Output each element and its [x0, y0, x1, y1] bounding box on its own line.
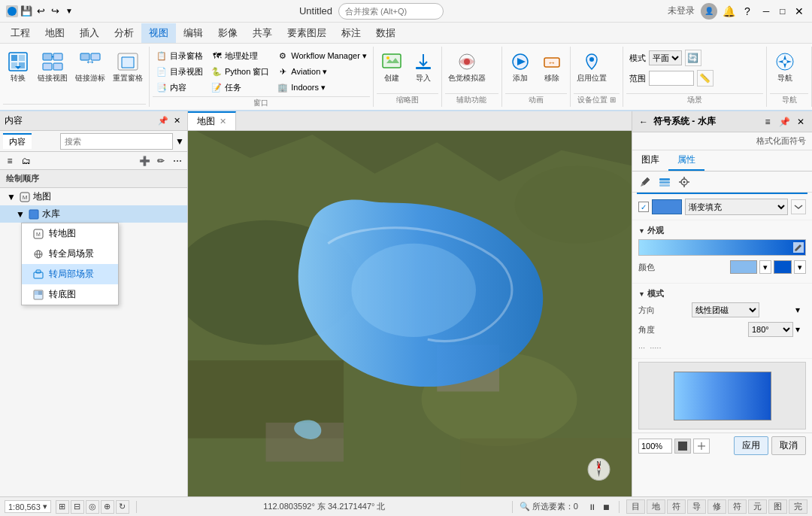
panel-search-input[interactable]: [60, 133, 173, 150]
panel-pin-btn[interactable]: 📌: [157, 115, 169, 127]
cm-item-map[interactable]: M 转地图: [22, 223, 118, 244]
layer-item-map[interactable]: ▼ M 地图: [0, 188, 187, 205]
color-swatch-2[interactable]: [774, 260, 792, 274]
rp-pin-btn[interactable]: 📌: [777, 115, 791, 129]
add-data-btn[interactable]: ➕: [137, 154, 152, 168]
menu-map[interactable]: 地图: [38, 23, 72, 43]
menu-data[interactable]: 数据: [368, 23, 403, 43]
python-window-button[interactable]: 🐍 Python 窗口: [208, 64, 272, 79]
quick-access-save[interactable]: 💾: [20, 5, 32, 17]
layer-item-water[interactable]: ▼ 水库: [0, 205, 187, 223]
menu-analysis[interactable]: 分析: [107, 23, 141, 43]
rp-tab-gallery[interactable]: 图库: [632, 150, 668, 171]
help-icon[interactable]: ?: [741, 5, 753, 17]
menu-feature-layer[interactable]: 要素图层: [280, 23, 334, 43]
import-thumbnail-button[interactable]: 导入: [408, 48, 438, 84]
color-vision-button[interactable]: 色觉模拟器: [445, 48, 489, 84]
panel-filter-btn[interactable]: ▼: [175, 136, 184, 147]
panel-tab-contents[interactable]: 内容: [3, 133, 32, 149]
menu-imagery[interactable]: 影像: [211, 23, 245, 43]
map-tab-close[interactable]: ✕: [220, 117, 226, 126]
nav-btn-1[interactable]: ⊞: [56, 500, 69, 514]
menu-view[interactable]: 视图: [141, 23, 176, 43]
rp-back-btn[interactable]: ←: [637, 115, 650, 129]
angle-select[interactable]: 180° 0° 90° 270°: [748, 322, 793, 337]
create-thumbnail-button[interactable]: 创建: [377, 48, 407, 84]
minimize-button[interactable]: ─: [759, 5, 773, 18]
list-by-source-btn[interactable]: 🗂: [19, 154, 34, 168]
mode-icon-btn[interactable]: 🔄: [685, 50, 701, 66]
catalog-pane-button[interactable]: 📋 目录窗格: [153, 48, 206, 63]
stb-meta[interactable]: 元: [748, 499, 767, 514]
apply-button[interactable]: 应用: [734, 436, 768, 455]
pct-input[interactable]: [638, 439, 672, 454]
catalog-view-button[interactable]: 📄 目录视图: [153, 64, 206, 79]
nav-btn-4[interactable]: ⊕: [101, 500, 114, 514]
fill-type-select[interactable]: 渐变填充 纯色填充 图案填充: [685, 199, 788, 215]
aviation-button[interactable]: ✈ Aviation ▾: [274, 64, 370, 79]
color-btn-small-1[interactable]: [674, 439, 691, 454]
map-tab-main[interactable]: 地图 ✕: [188, 111, 236, 130]
angle-chevron[interactable]: ▾: [795, 324, 806, 335]
cm-item-global[interactable]: 转全局场景: [22, 244, 118, 264]
menu-project[interactable]: 工程: [3, 23, 38, 43]
global-search-input[interactable]: [338, 3, 444, 20]
close-button[interactable]: ✕: [792, 5, 806, 18]
rp-tab-properties[interactable]: 属性: [668, 150, 704, 171]
stb-navigate[interactable]: 导: [687, 499, 706, 514]
nav-button[interactable]: 导航: [770, 48, 800, 84]
quick-access-redo[interactable]: ↪: [49, 5, 61, 17]
quick-access-more[interactable]: ▼: [63, 5, 75, 17]
rp-gear-btn[interactable]: [676, 174, 692, 190]
geoprocessing-button[interactable]: 🗺 地理处理: [208, 48, 272, 63]
range-icon-btn[interactable]: 📏: [697, 70, 714, 87]
stb-symbol[interactable]: 符: [667, 499, 686, 514]
nav-btn-5[interactable]: ↻: [116, 500, 129, 514]
move-button[interactable]: ↔ 移除: [537, 48, 567, 84]
color-btn-small-2[interactable]: [693, 439, 710, 454]
direction-select[interactable]: 线性团磁 径向: [692, 302, 759, 317]
indoors-button[interactable]: 🏢 Indoors ▾: [274, 80, 370, 95]
rp-brush-btn[interactable]: [637, 174, 653, 190]
stb-edit[interactable]: 修: [707, 499, 726, 514]
stb-location[interactable]: 地: [647, 499, 665, 514]
color-swatch-1[interactable]: [730, 260, 757, 274]
mode-select[interactable]: 平面: [649, 50, 682, 65]
gradient-edit-btn[interactable]: [793, 242, 804, 253]
menu-insert[interactable]: 插入: [72, 23, 107, 43]
menu-label[interactable]: 标注: [334, 23, 368, 43]
rp-layers-btn[interactable]: [656, 174, 673, 190]
enable-location-button[interactable]: 启用位置: [574, 48, 610, 84]
menu-share[interactable]: 共享: [245, 23, 280, 43]
draw-order-btn[interactable]: ✏: [153, 154, 168, 168]
rp-close-btn[interactable]: ✕: [794, 115, 807, 129]
rp-menu-btn[interactable]: ≡: [761, 115, 774, 129]
pause-btn[interactable]: ⏸: [586, 501, 598, 513]
switch-button[interactable]: 转换: [3, 48, 33, 84]
list-by-draw-btn[interactable]: ≡: [2, 154, 17, 168]
stb-map[interactable]: 目: [626, 499, 645, 514]
user-avatar[interactable]: 👤: [701, 3, 717, 20]
nav-btn-3[interactable]: ◎: [86, 500, 99, 514]
nav-btn-2[interactable]: ⊟: [71, 500, 84, 514]
more-options-btn[interactable]: ⋯: [170, 154, 185, 168]
stb-done[interactable]: 完: [789, 499, 807, 514]
appearance-collapse-arrow[interactable]: ▼: [638, 227, 645, 235]
cm-item-local[interactable]: 转局部场景: [22, 264, 118, 284]
cancel-button[interactable]: 取消: [771, 436, 806, 455]
tasks-button[interactable]: 📝 任务: [208, 80, 272, 95]
stb-symbol2[interactable]: 符: [728, 499, 747, 514]
map-canvas[interactable]: N: [188, 131, 632, 496]
workflow-manager-button[interactable]: ⚙ Workflow Manager ▾: [274, 48, 370, 63]
link-cursor-button[interactable]: ↔ 链接游标: [72, 48, 108, 84]
menu-edit[interactable]: 编辑: [176, 23, 211, 43]
reset-extent-button[interactable]: 重置窗格: [110, 48, 146, 84]
scale-control[interactable]: 1:80,563 ▾: [5, 500, 51, 513]
color-dropdown-btn[interactable]: ▾: [759, 260, 771, 274]
panel-close-btn[interactable]: ✕: [171, 115, 183, 127]
direction-chevron[interactable]: ▾: [795, 305, 806, 315]
stb-image[interactable]: 图: [768, 499, 787, 514]
fill-options-btn[interactable]: [791, 199, 806, 214]
link-view-button[interactable]: 链接视图: [35, 48, 71, 84]
range-input[interactable]: [649, 71, 694, 86]
